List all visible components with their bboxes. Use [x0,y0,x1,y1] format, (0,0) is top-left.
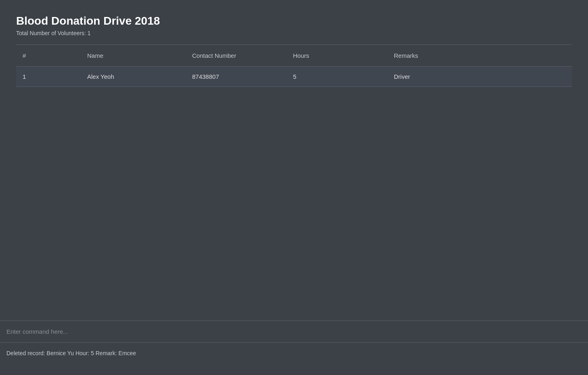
status-output: Deleted record: Bernice Yu Hour: 5 Remar… [0,343,588,375]
main-content: Blood Donation Drive 2018 Total Number o… [0,0,588,320]
table-body: 1 Alex Yeoh 87438807 5 Driver [16,67,572,87]
col-header-hours: Hours [287,45,387,67]
bottom-section: Deleted record: Bernice Yu Hour: 5 Remar… [0,320,588,375]
volunteer-count-value: 1 [88,30,91,36]
col-header-num: # [16,45,81,67]
volunteer-count: Total Number of Volunteers: 1 [16,30,572,36]
table-header: # Name Contact Number Hours Remarks [16,45,572,67]
table-header-row: # Name Contact Number Hours Remarks [16,45,572,67]
col-header-remarks: Remarks [387,45,572,67]
volunteers-table: # Name Contact Number Hours Remarks 1 Al… [16,45,572,87]
table-row: 1 Alex Yeoh 87438807 5 Driver [16,67,572,87]
command-input[interactable] [0,321,588,342]
volunteer-count-label: Total Number of Volunteers: [16,30,86,36]
cell-name: Alex Yeoh [81,67,186,87]
cell-num: 1 [16,67,81,87]
col-header-name: Name [81,45,186,67]
cell-contact: 87438807 [186,67,287,87]
cell-remarks: Driver [387,67,572,87]
table-container: # Name Contact Number Hours Remarks 1 Al… [16,45,572,87]
app-title: Blood Donation Drive 2018 [16,15,572,27]
command-input-area [0,321,588,343]
col-header-contact: Contact Number [186,45,287,67]
cell-hours: 5 [287,67,387,87]
